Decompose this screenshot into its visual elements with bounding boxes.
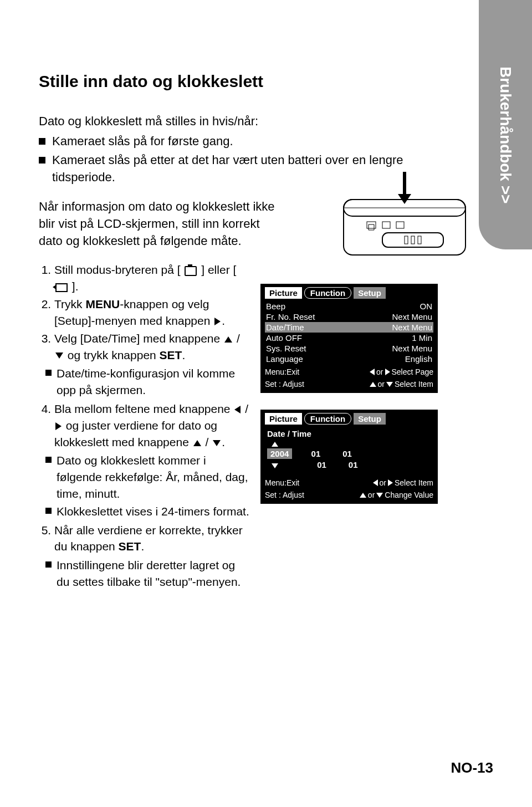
triangle-right-icon [214, 318, 221, 325]
triangle-right-icon [55, 422, 62, 430]
tab-function: Function [304, 287, 351, 299]
menu-row-selected: Date/TimeNext Menu [265, 322, 433, 333]
video-icon [55, 283, 68, 292]
intro-bullet-list: Kameraet slås på for første gang. Kamera… [39, 133, 438, 186]
tab-picture: Picture [265, 287, 302, 299]
camera-icon [185, 266, 197, 276]
menu-row: LanguageEnglish [265, 354, 433, 364]
triangle-down-icon [272, 463, 278, 468]
triangle-down-icon [386, 382, 393, 387]
step-3-sub: Date/time-konfigurasjon vil komme opp på… [45, 365, 249, 399]
hint-set-adjust: Set : Adjust [265, 380, 304, 389]
triangle-down-icon [213, 440, 221, 446]
menu-row: Auto OFF1 Min [265, 333, 433, 343]
hint-menu-exit: Menu:Exit [265, 367, 299, 376]
triangle-down-icon [376, 493, 383, 498]
tab-function: Function [304, 413, 351, 425]
triangle-left-icon [370, 369, 375, 375]
tab-setup: Setup [354, 287, 386, 299]
tab-setup: Setup [354, 413, 386, 425]
triangle-left-icon [373, 479, 378, 486]
hint-set-adjust: Set : Adjust [265, 491, 304, 499]
page-title: Stille inn dato og klokkeslett [39, 72, 438, 91]
triangle-up-icon [224, 336, 232, 343]
triangle-up-icon [193, 440, 201, 446]
step-1: Still modus-bryteren på [ ] eller [ ]. [54, 262, 249, 295]
hint-menu-exit: Menu:Exit [265, 478, 299, 487]
step-4-sub: Dato og klokkeslett kommer i følgende re… [45, 452, 249, 502]
screen-subtitle: Date / Time [267, 429, 431, 438]
tab-picture: Picture [265, 413, 302, 425]
sidebar-tab: Brukerhåndbok >> [479, 0, 532, 249]
menu-row: Fr. No. ResetNext Menu [265, 311, 433, 322]
triangle-left-icon [234, 406, 241, 413]
mid-paragraph: Når informasjon om dato og klokkeslett i… [39, 198, 277, 249]
step-2: Trykk MENU-knappen og velg [Setup]-menye… [54, 296, 249, 329]
triangle-up-icon [360, 493, 366, 498]
triangle-up-icon [370, 382, 376, 387]
step-5: Når alle verdiene er korrekte, trykker d… [54, 522, 249, 590]
step-3: Velg [Date/Time] med knappene / og trykk… [54, 330, 249, 399]
intro-line: Dato og klokkeslett må stilles in hvis/n… [39, 113, 438, 130]
triangle-right-icon [385, 369, 390, 375]
sidebar-label: Brukerhåndbok >> [497, 67, 514, 203]
setup-menu-screen: Picture Function Setup BeepON Fr. No. Re… [260, 284, 438, 393]
menu-row: BeepON [265, 301, 433, 311]
intro-bullet: Kameraet slås på etter at det har vært u… [39, 152, 438, 186]
triangle-right-icon [388, 479, 393, 486]
step-4-sub: Klokkeslettet vises i 24-timers format. [45, 503, 249, 520]
triangle-up-icon [272, 442, 278, 447]
intro-bullet: Kameraet slås på for første gang. [39, 133, 438, 150]
triangle-down-icon [55, 353, 63, 359]
menu-row: Sys. ResetNext Menu [265, 343, 433, 354]
page-number: NO-13 [451, 759, 493, 777]
step-5-sub: Innstillingene blir deretter lagret og d… [45, 557, 249, 590]
year-box: 2004 [267, 448, 292, 459]
step-4: Bla mellom feltene med knappene / og jus… [54, 401, 249, 520]
steps-list: Still modus-bryteren på [ ] eller [ ]. T… [39, 262, 249, 590]
date-time-screen: Picture Function Setup Date / Time 2004 … [260, 410, 438, 504]
